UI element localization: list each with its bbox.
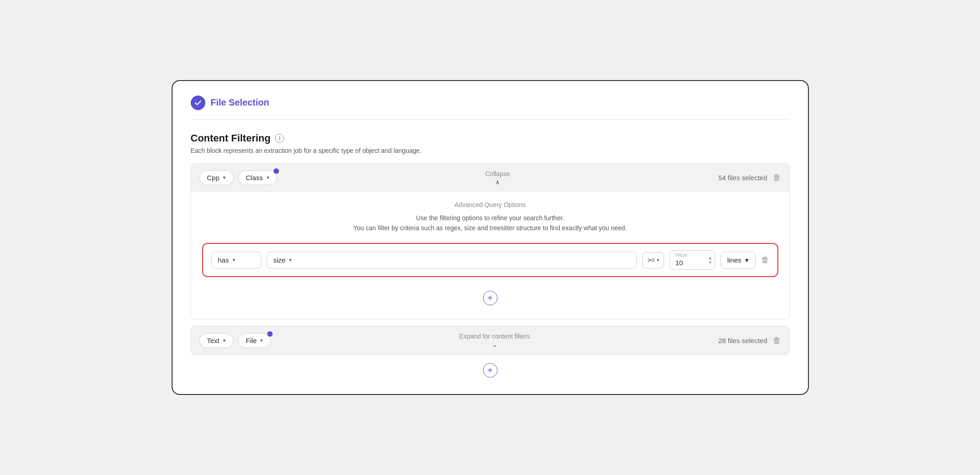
type2-chevron-icon: ▾ (260, 338, 263, 344)
spinner-up-icon[interactable]: ▲ (708, 256, 712, 260)
type-dropdown-block2[interactable]: File ▾ (238, 333, 271, 348)
operator-chevron-icon: ▾ (657, 258, 659, 263)
add-filter-row: + (202, 286, 778, 308)
files-selected-block2: 28 files selected (718, 337, 767, 344)
unit-dropdown[interactable]: lines ▾ (721, 252, 756, 269)
filter-row-1: has ▾ size ▾ >= ▾ Value (202, 243, 778, 277)
has-chevron-icon: ▾ (233, 257, 235, 263)
add-filter-button[interactable]: + (483, 291, 498, 305)
main-card: File Selection Content Filtering i Each … (172, 80, 809, 395)
header-section: File Selection (191, 96, 790, 120)
collapse-control[interactable]: Collapse ∧ (283, 170, 713, 186)
language-dropdown-block1[interactable]: Cpp ▾ (199, 170, 234, 185)
section-title-row: Content Filtering i (191, 132, 790, 144)
add-block-button[interactable]: + (483, 363, 498, 378)
size-chevron-icon: ▾ (289, 257, 292, 263)
value-label: Value (675, 252, 687, 258)
expand-chevron-icon: ⌄ (492, 341, 498, 348)
has-dropdown[interactable]: has ▾ (211, 252, 261, 268)
section-title: Content Filtering (191, 132, 271, 144)
filter-block-1: Cpp ▾ Class ▾ Collapse ∧ (191, 163, 790, 320)
files-selected-block1: 54 files selected (718, 174, 767, 182)
right-controls-block1: 54 files selected 🗑 (718, 173, 781, 182)
delete-block1-button[interactable]: 🗑 (773, 173, 781, 182)
type-dropdown-wrapper: Class ▾ (238, 170, 277, 185)
expand-control[interactable]: Expand for content filters ⌄ (276, 333, 713, 348)
page-title: File Selection (211, 97, 269, 108)
delete-filter-row-button[interactable]: 🗑 (761, 255, 769, 265)
section-subtitle: Each block represents an extraction job … (191, 147, 790, 154)
language-dropdown-block2[interactable]: Text ▾ (199, 333, 234, 348)
collapse-chevron-icon: ∧ (495, 178, 500, 186)
filter-block-1-header: Cpp ▾ Class ▾ Collapse ∧ (191, 164, 789, 192)
right-controls-block2: 28 files selected 🗑 (718, 336, 781, 345)
language2-chevron-icon: ▾ (223, 338, 226, 344)
filter-block-2-header: Text ▾ File ▾ Expand for content filters… (191, 326, 789, 354)
filter-block-2: Text ▾ File ▾ Expand for content filters… (191, 326, 790, 355)
left-controls-block1: Cpp ▾ Class ▾ (199, 170, 277, 185)
expand-label-text: Expand for content filters (459, 333, 530, 340)
collapse-label-text: Collapse (485, 170, 510, 177)
left-controls-block2: Text ▾ File ▾ (199, 333, 271, 348)
delete-block2-button[interactable]: 🗑 (773, 336, 781, 345)
advanced-query-desc: Use the filtering options to refine your… (202, 213, 778, 233)
language-chevron-icon: ▾ (223, 175, 226, 181)
type-dropdown-wrapper-2: File ▾ (238, 333, 271, 348)
operator-dropdown[interactable]: >= ▾ (642, 252, 664, 268)
value-input-wrapper: Value ▲ ▼ (670, 250, 715, 270)
type-chevron-icon: ▾ (267, 175, 269, 181)
advanced-query-section: Advanced Query Options Use the filtering… (191, 192, 789, 319)
size-dropdown[interactable]: size ▾ (267, 252, 637, 268)
active-dot-block2 (267, 331, 273, 337)
active-dot-block1 (274, 168, 279, 174)
spinner-down-icon[interactable]: ▼ (708, 260, 712, 264)
check-icon (191, 96, 205, 110)
advanced-query-title: Advanced Query Options (202, 201, 778, 208)
unit-chevron-icon: ▾ (745, 256, 749, 264)
type-dropdown-block1[interactable]: Class ▾ (238, 170, 277, 185)
value-spinners: ▲ ▼ (708, 256, 712, 264)
info-icon[interactable]: i (275, 134, 284, 143)
add-block-row: + (191, 363, 790, 378)
